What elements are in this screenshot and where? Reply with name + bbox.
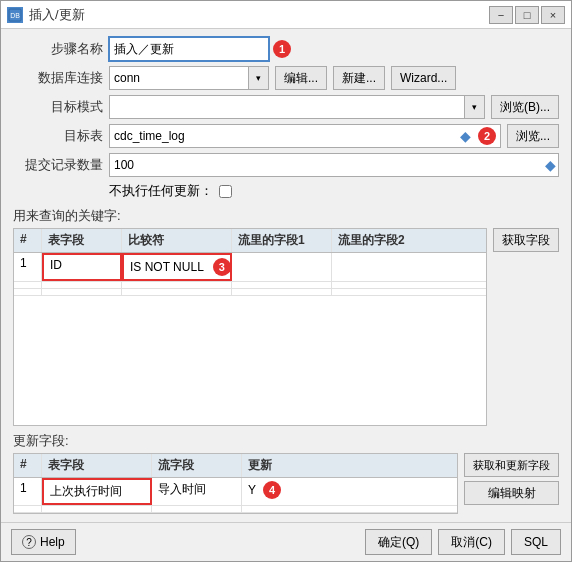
new-button[interactable]: 新建... [333, 66, 385, 90]
submit-count-row: 提交记录数量 ◆ [13, 153, 559, 177]
db-conn-label: 数据库连接 [13, 69, 103, 87]
bottom-bar: ? Help 确定(Q) 取消(C) SQL [1, 522, 571, 561]
target-mode-input[interactable] [109, 95, 465, 119]
update-row1-update[interactable]: Y 4 [242, 478, 302, 505]
step-name-input[interactable] [109, 37, 269, 61]
target-mode-label: 目标模式 [13, 98, 103, 116]
update-col-update: 更新 [242, 454, 302, 477]
browse-mode-button[interactable]: 浏览(B)... [491, 95, 559, 119]
sections-container: 用来查询的关键字: # 表字段 比较符 流里的字段1 流里的字段2 [13, 205, 559, 514]
get-fields-button[interactable]: 获取字段 [493, 228, 559, 252]
no-update-checkbox[interactable] [219, 185, 232, 198]
query-row1-stream2[interactable] [332, 253, 432, 281]
update-col-stream-field: 流字段 [152, 454, 242, 477]
bottom-left: ? Help [11, 529, 76, 555]
target-table-row: 目标表 ◆ 2 浏览... [13, 124, 559, 148]
main-window: DB 插入/更新 − □ × 步骤名称 1 数据库连接 ▾ 编辑... [0, 0, 572, 562]
no-update-label: 不执行任何更新： [109, 182, 213, 200]
confirm-button[interactable]: 确定(Q) [365, 529, 432, 555]
query-col-stream2: 流里的字段2 [332, 229, 432, 252]
help-button[interactable]: ? Help [11, 529, 76, 555]
update-row1-table-field[interactable]: 上次执行时间 [42, 478, 152, 505]
query-col-table-field: 表字段 [42, 229, 122, 252]
badge-3: 3 [213, 258, 231, 276]
diamond-icon: ◆ [458, 128, 474, 144]
target-table-input[interactable] [110, 125, 458, 147]
update-section-title: 更新字段: [13, 432, 559, 450]
help-icon: ? [22, 535, 36, 549]
query-row1-stream1[interactable] [232, 253, 332, 281]
bottom-right: 确定(Q) 取消(C) SQL [365, 529, 561, 555]
target-table-input-wrap: ◆ 2 [109, 124, 501, 148]
update-col-table-field: 表字段 [42, 454, 152, 477]
query-col-num: # [14, 229, 42, 252]
update-table-header: # 表字段 流字段 更新 [14, 454, 457, 478]
query-table-body: 1 ID IS NOT NULL 3 [14, 253, 486, 425]
close-button[interactable]: × [541, 6, 565, 24]
table-row[interactable] [14, 289, 486, 296]
query-col-stream1: 流里的字段1 [232, 229, 332, 252]
badge-4: 4 [263, 481, 281, 499]
db-conn-input[interactable] [109, 66, 249, 90]
query-row1-num: 1 [14, 253, 42, 281]
no-update-row: 不执行任何更新： [109, 182, 559, 200]
query-row1-table-field[interactable]: ID [42, 253, 122, 281]
wizard-button[interactable]: Wizard... [391, 66, 456, 90]
get-update-fields-button[interactable]: 获取和更新字段 [464, 453, 559, 477]
edit-map-button[interactable]: 编辑映射 [464, 481, 559, 505]
content-area: 步骤名称 1 数据库连接 ▾ 编辑... 新建... Wizard... 目标模… [1, 29, 571, 522]
step-name-label: 步骤名称 [13, 40, 103, 58]
update-row1-num: 1 [14, 478, 42, 505]
query-side-btns: 获取字段 [493, 228, 559, 426]
table-row[interactable]: 1 ID IS NOT NULL 3 [14, 253, 486, 282]
query-section-title: 用来查询的关键字: [13, 207, 559, 225]
update-table: # 表字段 流字段 更新 1 上次执行时间 导入时间 [13, 453, 458, 514]
table-row[interactable]: 1 上次执行时间 导入时间 Y 4 [14, 478, 457, 506]
submit-diamond-icon: ◆ [542, 157, 558, 173]
table-row[interactable] [14, 506, 457, 513]
query-table: # 表字段 比较符 流里的字段1 流里的字段2 1 ID [13, 228, 487, 426]
update-table-body: 1 上次执行时间 导入时间 Y 4 [14, 478, 457, 513]
update-with-btn: # 表字段 流字段 更新 1 上次执行时间 导入时间 [13, 453, 559, 514]
update-side-btns: 获取和更新字段 编辑映射 [464, 453, 559, 514]
update-section: 更新字段: # 表字段 流字段 更新 1 上次执行时间 [13, 430, 559, 514]
query-with-btn: # 表字段 比较符 流里的字段1 流里的字段2 1 ID [13, 228, 559, 426]
db-conn-dropdown[interactable]: ▾ [249, 66, 269, 90]
svg-text:DB: DB [10, 12, 20, 19]
window-title: 插入/更新 [29, 6, 489, 24]
help-label: Help [40, 535, 65, 549]
target-table-label: 目标表 [13, 127, 103, 145]
query-col-comparator: 比较符 [122, 229, 232, 252]
badge-1: 1 [273, 40, 291, 58]
target-mode-dropdown[interactable]: ▾ [465, 95, 485, 119]
submit-count-label: 提交记录数量 [13, 156, 103, 174]
cancel-button[interactable]: 取消(C) [438, 529, 505, 555]
db-conn-row: 数据库连接 ▾ 编辑... 新建... Wizard... [13, 66, 559, 90]
minimize-button[interactable]: − [489, 6, 513, 24]
update-row1-stream-field[interactable]: 导入时间 [152, 478, 242, 505]
step-name-row: 步骤名称 1 [13, 37, 559, 61]
step-name-wrap: 1 [109, 37, 291, 61]
query-table-header: # 表字段 比较符 流里的字段1 流里的字段2 [14, 229, 486, 253]
edit-button[interactable]: 编辑... [275, 66, 327, 90]
db-conn-input-wrap: ▾ [109, 66, 269, 90]
maximize-button[interactable]: □ [515, 6, 539, 24]
submit-count-wrap: ◆ [109, 153, 559, 177]
title-bar: DB 插入/更新 − □ × [1, 1, 571, 29]
window-icon: DB [7, 7, 23, 23]
target-mode-input-wrap: ▾ [109, 95, 485, 119]
table-row[interactable] [14, 282, 486, 289]
submit-count-input[interactable] [110, 154, 542, 176]
update-col-num: # [14, 454, 42, 477]
badge-2: 2 [478, 127, 496, 145]
sql-button[interactable]: SQL [511, 529, 561, 555]
query-row1-comparator[interactable]: IS NOT NULL 3 [122, 253, 232, 281]
query-section: 用来查询的关键字: # 表字段 比较符 流里的字段1 流里的字段2 [13, 205, 559, 426]
target-mode-row: 目标模式 ▾ 浏览(B)... [13, 95, 559, 119]
window-controls: − □ × [489, 6, 565, 24]
browse-table-button[interactable]: 浏览... [507, 124, 559, 148]
